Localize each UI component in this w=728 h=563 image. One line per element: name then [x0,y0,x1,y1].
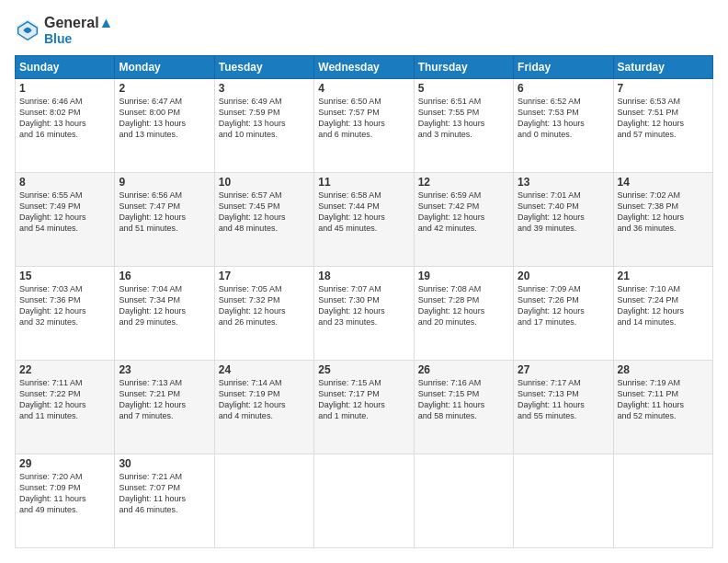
day-number: 11 [318,176,409,189]
day-number: 24 [219,363,310,376]
calendar-cell [613,454,712,548]
calendar-cell: 25Sunrise: 7:15 AMSunset: 7:17 PMDayligh… [314,361,414,454]
calendar-cell: 28Sunrise: 7:19 AMSunset: 7:11 PMDayligh… [613,361,712,454]
cell-details: Sunrise: 6:55 AMSunset: 7:49 PMDaylight:… [19,190,110,235]
logo-text: General▲ Blue [44,15,113,46]
calendar-cell: 3Sunrise: 6:49 AMSunset: 7:59 PMDaylight… [214,79,313,173]
calendar-cell: 29Sunrise: 7:20 AMSunset: 7:09 PMDayligh… [16,454,115,548]
day-number: 27 [518,363,609,376]
calendar-cell: 12Sunrise: 6:59 AMSunset: 7:42 PMDayligh… [414,173,513,267]
cell-details: Sunrise: 7:02 AMSunset: 7:38 PMDaylight:… [618,190,709,235]
calendar-cell [214,454,313,548]
cell-details: Sunrise: 7:20 AMSunset: 7:09 PMDaylight:… [19,471,110,516]
calendar-cell: 19Sunrise: 7:08 AMSunset: 7:28 PMDayligh… [414,267,513,361]
day-number: 9 [119,176,210,189]
day-number: 29 [19,457,110,470]
calendar-cell: 5Sunrise: 6:51 AMSunset: 7:55 PMDaylight… [414,79,513,173]
cell-details: Sunrise: 7:11 AMSunset: 7:22 PMDaylight:… [19,377,110,422]
cell-details: Sunrise: 6:53 AMSunset: 7:51 PMDaylight:… [618,96,709,141]
day-number: 21 [618,270,709,282]
cell-details: Sunrise: 6:56 AMSunset: 7:47 PMDaylight:… [119,190,210,235]
day-number: 14 [618,176,709,189]
day-number: 8 [19,176,110,189]
day-number: 28 [618,363,709,376]
day-number: 22 [19,363,110,376]
cell-details: Sunrise: 6:57 AMSunset: 7:45 PMDaylight:… [219,190,310,235]
cell-details: Sunrise: 7:01 AMSunset: 7:40 PMDaylight:… [518,190,609,235]
day-number: 12 [418,176,509,189]
calendar-cell: 26Sunrise: 7:16 AMSunset: 7:15 PMDayligh… [414,361,513,454]
cell-details: Sunrise: 7:17 AMSunset: 7:13 PMDaylight:… [518,377,609,422]
header: General▲ Blue [15,15,713,46]
page: General▲ Blue SundayMondayTuesdayWednesd… [0,0,728,563]
calendar-cell: 6Sunrise: 6:52 AMSunset: 7:53 PMDaylight… [514,79,613,173]
calendar-cell: 11Sunrise: 6:58 AMSunset: 7:44 PMDayligh… [314,173,414,267]
cell-details: Sunrise: 7:05 AMSunset: 7:32 PMDaylight:… [219,283,310,328]
calendar-cell: 21Sunrise: 7:10 AMSunset: 7:24 PMDayligh… [613,267,712,361]
calendar-cell: 18Sunrise: 7:07 AMSunset: 7:30 PMDayligh… [314,267,414,361]
day-number: 2 [119,82,210,95]
day-number: 19 [418,270,509,282]
cell-details: Sunrise: 7:21 AMSunset: 7:07 PMDaylight:… [119,471,210,516]
cell-details: Sunrise: 7:04 AMSunset: 7:34 PMDaylight:… [119,283,210,328]
logo-icon [15,17,40,43]
calendar-cell: 22Sunrise: 7:11 AMSunset: 7:22 PMDayligh… [16,361,115,454]
day-of-week-friday: Friday [514,56,613,79]
calendar-cell: 17Sunrise: 7:05 AMSunset: 7:32 PMDayligh… [214,267,313,361]
cell-details: Sunrise: 7:19 AMSunset: 7:11 PMDaylight:… [618,377,709,422]
day-number: 13 [518,176,609,189]
day-number: 18 [318,270,409,282]
cell-details: Sunrise: 7:07 AMSunset: 7:30 PMDaylight:… [318,283,409,328]
day-number: 4 [318,82,409,95]
cell-details: Sunrise: 7:09 AMSunset: 7:26 PMDaylight:… [518,283,609,328]
day-of-week-monday: Monday [115,56,214,79]
day-number: 1 [19,82,110,95]
calendar-cell: 20Sunrise: 7:09 AMSunset: 7:26 PMDayligh… [514,267,613,361]
calendar-cell: 4Sunrise: 6:50 AMSunset: 7:57 PMDaylight… [314,79,414,173]
calendar-cell: 2Sunrise: 6:47 AMSunset: 8:00 PMDaylight… [115,79,214,173]
cell-details: Sunrise: 7:03 AMSunset: 7:36 PMDaylight:… [19,283,110,328]
day-number: 7 [618,82,709,95]
cell-details: Sunrise: 7:16 AMSunset: 7:15 PMDaylight:… [418,377,509,422]
calendar: SundayMondayTuesdayWednesdayThursdayFrid… [15,55,713,548]
day-number: 25 [318,363,409,376]
calendar-cell: 15Sunrise: 7:03 AMSunset: 7:36 PMDayligh… [16,267,115,361]
day-number: 6 [518,82,609,95]
cell-details: Sunrise: 6:49 AMSunset: 7:59 PMDaylight:… [219,96,310,141]
calendar-cell: 14Sunrise: 7:02 AMSunset: 7:38 PMDayligh… [613,173,712,267]
day-of-week-thursday: Thursday [414,56,513,79]
calendar-cell: 24Sunrise: 7:14 AMSunset: 7:19 PMDayligh… [214,361,313,454]
cell-details: Sunrise: 6:46 AMSunset: 8:02 PMDaylight:… [19,96,110,141]
day-number: 10 [219,176,310,189]
calendar-cell: 30Sunrise: 7:21 AMSunset: 7:07 PMDayligh… [115,454,214,548]
calendar-cell: 16Sunrise: 7:04 AMSunset: 7:34 PMDayligh… [115,267,214,361]
cell-details: Sunrise: 7:08 AMSunset: 7:28 PMDaylight:… [418,283,509,328]
day-of-week-tuesday: Tuesday [214,56,313,79]
day-number: 3 [219,82,310,95]
cell-details: Sunrise: 6:59 AMSunset: 7:42 PMDaylight:… [418,190,509,235]
day-number: 20 [518,270,609,282]
calendar-cell: 10Sunrise: 6:57 AMSunset: 7:45 PMDayligh… [214,173,313,267]
cell-details: Sunrise: 6:47 AMSunset: 8:00 PMDaylight:… [119,96,210,141]
calendar-cell: 1Sunrise: 6:46 AMSunset: 8:02 PMDaylight… [16,79,115,173]
day-number: 17 [219,270,310,282]
calendar-cell: 27Sunrise: 7:17 AMSunset: 7:13 PMDayligh… [514,361,613,454]
calendar-cell: 13Sunrise: 7:01 AMSunset: 7:40 PMDayligh… [514,173,613,267]
calendar-cell: 7Sunrise: 6:53 AMSunset: 7:51 PMDaylight… [613,79,712,173]
cell-details: Sunrise: 6:52 AMSunset: 7:53 PMDaylight:… [518,96,609,141]
day-of-week-sunday: Sunday [16,56,115,79]
calendar-cell: 9Sunrise: 6:56 AMSunset: 7:47 PMDaylight… [115,173,214,267]
calendar-cell: 23Sunrise: 7:13 AMSunset: 7:21 PMDayligh… [115,361,214,454]
day-number: 26 [418,363,509,376]
cell-details: Sunrise: 6:58 AMSunset: 7:44 PMDaylight:… [318,190,409,235]
day-of-week-wednesday: Wednesday [314,56,414,79]
cell-details: Sunrise: 7:10 AMSunset: 7:24 PMDaylight:… [618,283,709,328]
day-number: 5 [418,82,509,95]
day-number: 23 [119,363,210,376]
calendar-cell: 8Sunrise: 6:55 AMSunset: 7:49 PMDaylight… [16,173,115,267]
day-number: 16 [119,270,210,282]
day-number: 30 [119,457,210,470]
cell-details: Sunrise: 7:14 AMSunset: 7:19 PMDaylight:… [219,377,310,422]
cell-details: Sunrise: 6:51 AMSunset: 7:55 PMDaylight:… [418,96,509,141]
calendar-cell [414,454,513,548]
